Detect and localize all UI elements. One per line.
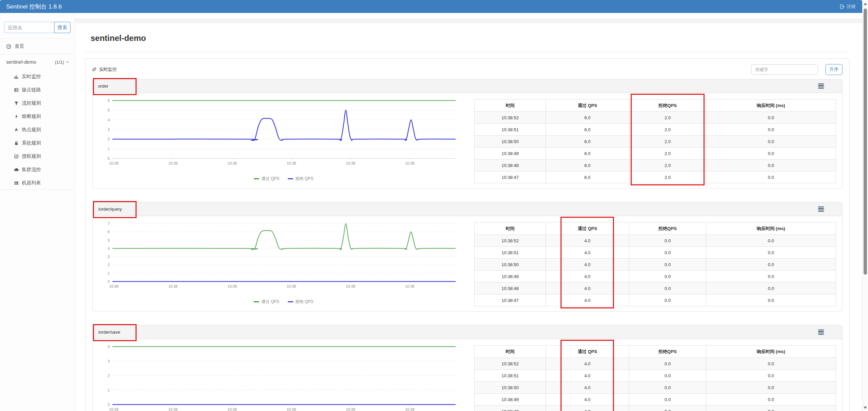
column-header: 响应时间 (ms) xyxy=(706,223,836,235)
resource-panel: /order/query 0123456710:3810:3810:3810:3… xyxy=(92,202,842,311)
svg-text:6: 6 xyxy=(108,230,110,234)
table-row: 10:38:494.00.00.0 xyxy=(475,394,836,406)
logout-icon xyxy=(840,4,845,9)
legend-item: 通过 QPS xyxy=(254,176,280,182)
fire-icon xyxy=(14,127,19,132)
svg-text:10:38: 10:38 xyxy=(346,407,356,411)
chart-area: 012345610:3810:3810:3810:3810:3810:38 通过… xyxy=(99,98,468,183)
sidebar-item-label: 集群流控 xyxy=(22,167,41,173)
resource-panel: /order/save 0123410:3810:3810:3810:3810:… xyxy=(92,325,842,411)
filter-icon xyxy=(14,101,19,106)
svg-text:10:38: 10:38 xyxy=(227,407,237,411)
svg-text:0: 0 xyxy=(108,279,110,284)
sidebar-item-热点规则[interactable]: 热点规则 xyxy=(0,123,75,136)
svg-text:7: 7 xyxy=(108,222,110,226)
table-row: 10:38:474.00.00.0 xyxy=(475,294,836,306)
svg-text:4: 4 xyxy=(108,118,110,122)
qps-line-chart: 0123456710:3810:3810:3810:3810:3810:38 xyxy=(99,221,460,290)
chart-legend: 通过 QPS拒绝 QPS xyxy=(99,176,468,182)
realtime-monitor-panel: 实时监控 升序 order 012345610:3810:3810:3810:3… xyxy=(85,58,850,411)
svg-text:10:38: 10:38 xyxy=(227,284,237,288)
svg-text:10:38: 10:38 xyxy=(405,284,415,288)
resource-panel-body: 012345610:3810:3810:3810:3810:3810:38 通过… xyxy=(93,93,842,188)
scrollbar[interactable] xyxy=(862,0,868,411)
sidebar-item-实时监控[interactable]: 实时监控 xyxy=(0,70,75,83)
table-row: 10:38:496.02.00.0 xyxy=(475,148,836,159)
app-search-button[interactable]: 搜索 xyxy=(54,22,70,33)
divider xyxy=(0,189,75,190)
hamburger-menu-icon[interactable] xyxy=(818,83,824,90)
svg-text:10:38: 10:38 xyxy=(346,284,356,288)
app-title: Sentinel 控制台 1.8.6 xyxy=(6,3,62,11)
hamburger-menu-icon[interactable] xyxy=(818,329,824,336)
svg-text:10:38: 10:38 xyxy=(346,161,356,165)
dashboard-icon xyxy=(6,44,11,49)
app-search-input[interactable] xyxy=(4,22,54,33)
sidebar-item-流控规则[interactable]: 流控规则 xyxy=(0,96,75,110)
sidebar-item-簇点链路[interactable]: 簇点链路 xyxy=(0,83,75,96)
metrics-table-area: 时间通过 QPS拒绝QPS响应时间 (ms) 10:38:524.00.00.0… xyxy=(474,344,836,411)
svg-text:10:38: 10:38 xyxy=(168,284,178,288)
sidebar-item-label: 热点规则 xyxy=(22,127,41,133)
hamburger-menu-icon[interactable] xyxy=(818,206,824,213)
column-header: 通过 QPS xyxy=(546,346,629,358)
table-row: 10:38:516.02.00.0 xyxy=(475,124,836,136)
sidebar-item-label: 熔断规则 xyxy=(22,113,41,120)
sidebar-item-label: 机器列表 xyxy=(22,180,41,186)
top-strip xyxy=(75,18,862,23)
logout-label: 注销 xyxy=(847,3,855,10)
sidebar-item-label: 簇点链路 xyxy=(22,87,41,93)
column-header: 拒绝QPS xyxy=(629,100,706,112)
logout-button[interactable]: 注销 xyxy=(840,3,855,10)
sidebar-app-row[interactable]: sentinel-demo (1/1) xyxy=(0,54,75,70)
svg-text:10:38: 10:38 xyxy=(227,161,237,165)
sidebar-item-授权规则[interactable]: 授权规则 xyxy=(0,150,75,163)
scrollbar-thumb[interactable] xyxy=(864,9,867,275)
keyword-input[interactable] xyxy=(751,64,818,75)
metrics-table-area: 时间通过 QPS拒绝QPS响应时间 (ms) 10:38:526.02.00.0… xyxy=(474,98,836,183)
svg-text:10:38: 10:38 xyxy=(405,407,415,411)
sidebar-item-熔断规则[interactable]: 熔断规则 xyxy=(0,110,75,123)
sort-order-button[interactable]: 升序 xyxy=(825,64,842,75)
sidebar-item-机器列表[interactable]: 机器列表 xyxy=(0,176,75,189)
table-header-row: 时间通过 QPS拒绝QPS响应时间 (ms) xyxy=(475,100,836,112)
svg-text:3: 3 xyxy=(108,359,110,363)
svg-text:1: 1 xyxy=(108,271,110,275)
svg-text:10:38: 10:38 xyxy=(109,284,119,288)
svg-text:3: 3 xyxy=(108,255,110,259)
legend-item: 拒绝 QPS xyxy=(288,299,314,305)
chart-legend: 通过 QPS拒绝 QPS xyxy=(99,299,468,305)
table-row: 10:38:486.02.00.0 xyxy=(475,159,836,171)
column-header: 拒绝QPS xyxy=(629,223,706,235)
sidebar-item-home[interactable]: 首页 xyxy=(0,39,75,54)
svg-text:5: 5 xyxy=(108,108,110,112)
app-search-group: 搜索 xyxy=(4,22,70,33)
svg-text:3: 3 xyxy=(108,127,110,132)
column-header: 时间 xyxy=(475,100,546,112)
sidebar-menu: 实时监控簇点链路流控规则熔断规则热点规则系统规则授权规则集群流控机器列表 xyxy=(0,70,75,189)
scrollbar-down-arrow[interactable] xyxy=(864,407,867,409)
page-title: sentinel-demo xyxy=(91,33,862,43)
table-row: 10:38:524.00.00.0 xyxy=(475,235,836,247)
sidebar-item-系统规则[interactable]: 系统规则 xyxy=(0,136,75,150)
column-header: 通过 QPS xyxy=(546,223,629,235)
app-name: sentinel-demo xyxy=(6,59,36,65)
table-row: 10:38:476.02.00.0 xyxy=(475,171,836,183)
table-row: 10:38:514.00.00.0 xyxy=(475,370,836,382)
resource-panel-body: 0123456710:3810:3810:3810:3810:3810:38 通… xyxy=(93,216,842,311)
bolt-icon xyxy=(14,114,19,119)
table-row: 10:38:506.02.00.0 xyxy=(475,136,836,148)
check-square-icon xyxy=(14,154,19,159)
table-header-row: 时间通过 QPS拒绝QPS响应时间 (ms) xyxy=(475,346,836,358)
sidebar-item-集群流控[interactable]: 集群流控 xyxy=(0,163,75,176)
scrollbar-up-arrow[interactable] xyxy=(864,3,867,5)
resource-panel: order 012345610:3810:3810:3810:3810:3810… xyxy=(92,79,842,188)
legend-swatch xyxy=(254,178,259,179)
qps-line-chart: 0123410:3810:3810:3810:3810:3810:38 xyxy=(99,344,460,411)
svg-text:0: 0 xyxy=(108,156,110,161)
sidebar-item-label: 系统规则 xyxy=(22,140,41,146)
metrics-table: 时间通过 QPS拒绝QPS响应时间 (ms) 10:38:526.02.00.0… xyxy=(474,99,836,183)
monitor-panel-title: 实时监控 xyxy=(99,66,117,73)
resource-name: order xyxy=(98,83,108,89)
table-icon xyxy=(14,88,19,92)
